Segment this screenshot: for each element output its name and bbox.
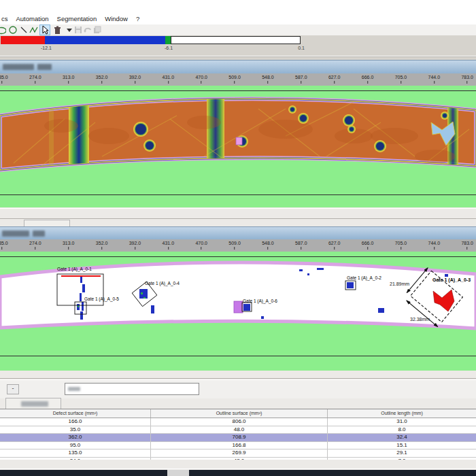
table-cell: 166.8 bbox=[151, 442, 328, 449]
table-row[interactable]: 166.0806.031.0 bbox=[0, 418, 476, 426]
more-dropdown-icon[interactable] bbox=[65, 25, 74, 35]
menu-item-segmentation[interactable]: Segmentation bbox=[57, 15, 97, 22]
table-cell: 15.1 bbox=[328, 442, 476, 449]
table-cell: 32.4 bbox=[328, 434, 476, 441]
column-header-defect-surface[interactable]: Defect surface (mm²) bbox=[0, 409, 151, 418]
ruler-label: 392.0 bbox=[129, 75, 141, 84]
redacted-input-text bbox=[68, 387, 80, 391]
panel-gap bbox=[0, 371, 476, 379]
ruler-label: 783.0 bbox=[461, 241, 473, 250]
table-cell: 166.0 bbox=[0, 418, 151, 426]
table-cell: 48.0 bbox=[151, 426, 328, 434]
ellipse-tool-icon[interactable] bbox=[0, 25, 6, 35]
results-toolbar: - bbox=[0, 379, 476, 398]
window-divider bbox=[0, 207, 476, 226]
ruler-label: 744.0 bbox=[428, 75, 441, 84]
ruler-label: 509.0 bbox=[228, 241, 241, 250]
filter-input[interactable] bbox=[65, 383, 199, 395]
table-row[interactable]: 35.048.08.0 bbox=[0, 426, 476, 435]
toolbar bbox=[0, 24, 476, 35]
column-header-outline-length[interactable]: Outline length (mm) bbox=[328, 409, 476, 418]
ruler-label: 352.0 bbox=[96, 241, 108, 250]
ruler-label: 548.0 bbox=[262, 75, 274, 84]
redacted-title-text bbox=[37, 64, 52, 70]
taskbar-strip bbox=[0, 470, 476, 476]
ruler-label: 666.0 bbox=[362, 75, 374, 84]
cscan-view[interactable] bbox=[0, 86, 476, 207]
menu-item-help[interactable]: ? bbox=[136, 15, 139, 22]
colorbar-segment bbox=[165, 36, 171, 44]
results-tab[interactable] bbox=[5, 398, 61, 409]
column-header-outline-surface[interactable]: Outline surface (mm²) bbox=[151, 409, 328, 418]
ruler-label: 313.0 bbox=[63, 241, 75, 250]
colorbar-segment bbox=[45, 36, 165, 44]
delete-tool-icon[interactable] bbox=[52, 25, 62, 35]
ruler-label: 431.0 bbox=[163, 241, 175, 250]
defect-label: Gate 1 (A)_A_0-6 bbox=[243, 299, 277, 303]
ruler-label: 509.0 bbox=[228, 75, 241, 84]
table-cell: 269.9 bbox=[151, 449, 328, 457]
redacted-tab-text bbox=[21, 401, 48, 407]
ruler-label: 274.0 bbox=[29, 241, 41, 250]
menu-items: csAutomationSegmentationWindow? bbox=[1, 15, 139, 22]
circle-tool-icon[interactable] bbox=[8, 25, 18, 35]
defect-label: Gate 1 (A)_A_0-4 bbox=[145, 281, 180, 286]
menu-item-automation[interactable]: Automation bbox=[16, 15, 49, 22]
select-cursor-icon[interactable] bbox=[39, 24, 50, 35]
color-scale-max-label: 0.1 bbox=[298, 46, 305, 50]
menu-item-partial[interactable]: cs bbox=[1, 15, 8, 22]
defect-label: Gate 1 (A)_A_0-3 bbox=[432, 277, 471, 282]
defect-table: Defect surface (mm²) Outline surface (mm… bbox=[0, 409, 476, 465]
cscan-horizontal-ruler: 235.0274.0313.0352.0392.0431.0470.0509.0… bbox=[0, 73, 476, 86]
table-header-row: Defect surface (mm²) Outline surface (mm… bbox=[0, 409, 476, 418]
collapse-button[interactable]: - bbox=[7, 384, 19, 394]
measurement-width-label: 21.89mm bbox=[390, 282, 409, 286]
ruler-label: 587.0 bbox=[295, 241, 307, 250]
ruler-label: 587.0 bbox=[295, 75, 307, 84]
table-cell: 95.0 bbox=[0, 442, 151, 449]
color-scale-mid-label: -6.1 bbox=[165, 46, 173, 50]
menu-bar: csAutomationSegmentationWindow? bbox=[0, 0, 476, 25]
menu-item-window[interactable]: Window bbox=[105, 15, 128, 22]
cscan-window-titlebar[interactable] bbox=[0, 60, 476, 74]
ruler-label: 705.0 bbox=[395, 75, 407, 84]
taskbar-item[interactable] bbox=[167, 470, 189, 476]
ruler-label: 783.0 bbox=[461, 75, 473, 84]
ruler-label: 431.0 bbox=[163, 75, 175, 84]
ruler-label: 392.0 bbox=[129, 241, 141, 250]
ruler-label: 548.0 bbox=[262, 241, 274, 250]
table-cell: 35.0 bbox=[0, 426, 151, 434]
save-icon bbox=[73, 25, 83, 35]
redacted-title-text bbox=[2, 231, 29, 237]
table-cell: 29.1 bbox=[328, 449, 476, 457]
ruler-label: 627.0 bbox=[328, 241, 341, 250]
colorbar-segment bbox=[1, 36, 45, 44]
segmentation-window-titlebar[interactable] bbox=[0, 226, 476, 240]
ruler-label: 470.0 bbox=[195, 241, 207, 250]
table-row[interactable]: 362.0708.932.4 bbox=[0, 434, 476, 442]
undo-icon bbox=[83, 25, 92, 35]
ruler-label: 313.0 bbox=[63, 75, 75, 84]
table-row[interactable]: 135.0269.929.1 bbox=[0, 449, 476, 458]
table-cell: 135.0 bbox=[0, 449, 151, 457]
color-scale-min-label: -12.1 bbox=[41, 46, 52, 50]
ruler-label: 705.0 bbox=[395, 241, 407, 250]
table-cell: 31.0 bbox=[328, 418, 476, 426]
table-row[interactable]: 95.0166.815.1 bbox=[0, 442, 476, 450]
defect-label: Gate 1 (A)_A_0-2 bbox=[347, 275, 381, 280]
line-tool-icon[interactable] bbox=[19, 25, 29, 35]
polyline-tool-icon[interactable] bbox=[29, 25, 38, 35]
color-scale-bar bbox=[1, 36, 301, 44]
table-cell: 708.9 bbox=[151, 434, 328, 441]
segmentation-view[interactable]: 21.89mm 32.38mm Gate 1 (A)_A_0-1Gate 1 (… bbox=[0, 252, 476, 371]
defect-label: Gate 1 (A)_A_0-5 bbox=[84, 296, 119, 301]
color-scale-legend: -12.1 -6.1 0.1 bbox=[0, 35, 476, 60]
ruler-label: 627.0 bbox=[328, 75, 341, 84]
defect-annotations: 21.89mm 32.38mm Gate 1 (A)_A_0-1Gate 1 (… bbox=[0, 252, 476, 371]
redacted-title-text bbox=[3, 64, 34, 70]
measurement-length-label: 32.38mm bbox=[410, 317, 430, 322]
ruler-label: 235.0 bbox=[0, 75, 8, 84]
cscan-image bbox=[0, 86, 476, 207]
colorbar-segment bbox=[171, 36, 301, 44]
ruler-label: 470.0 bbox=[195, 75, 207, 84]
